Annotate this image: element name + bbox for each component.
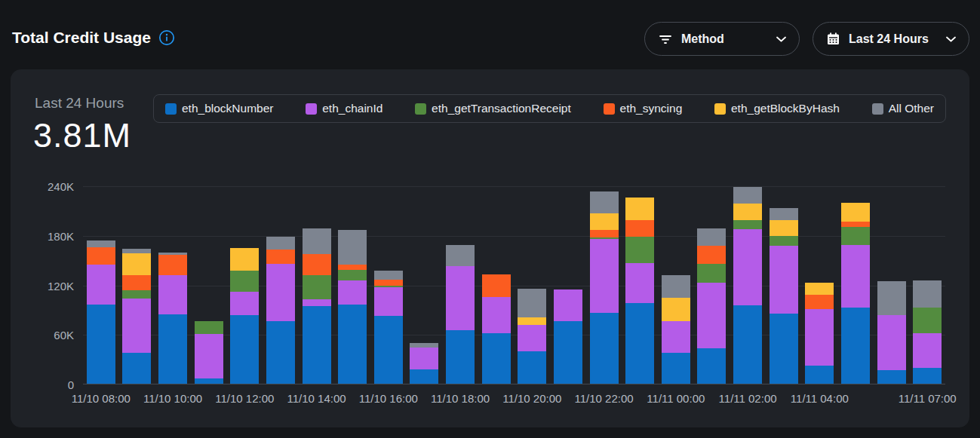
y-axis-tick: 180K [48, 229, 74, 242]
bar-segment [590, 313, 619, 384]
bar-segment [697, 246, 726, 264]
bar-segment [266, 264, 295, 321]
bar-segment [446, 266, 475, 329]
stacked-bar [230, 186, 259, 384]
x-axis-tick: 11/10 22:00 [574, 392, 633, 405]
stacked-bar [87, 186, 115, 384]
bar-segment [230, 315, 259, 384]
bar-segment [482, 297, 511, 333]
x-axis-tick: 11/10 16:00 [359, 392, 418, 405]
bar-segment [913, 368, 942, 384]
bar-segment [770, 246, 798, 314]
info-icon[interactable] [158, 29, 175, 46]
time-range-label: Last 24 Hours [849, 32, 938, 46]
dashboard-page: { "header": { "title": "Total Credit Usa… [0, 0, 980, 438]
bar-column [119, 186, 155, 384]
bar-segment [518, 351, 546, 384]
stacked-bar [877, 186, 906, 384]
summary-period-label: Last 24 Hours [35, 95, 124, 112]
filter-icon [658, 32, 673, 47]
legend-label: eth_syncing [620, 102, 683, 115]
bar-segment [805, 283, 834, 294]
bars-container [83, 186, 945, 384]
calendar-icon [826, 32, 840, 46]
bar-column [263, 186, 299, 384]
bar-segment [770, 236, 798, 246]
summary-total-value: 3.81M [33, 116, 131, 155]
bar-column [622, 186, 658, 384]
bar-column [478, 186, 515, 384]
stacked-bar [662, 186, 690, 384]
bar-segment [590, 239, 619, 313]
legend-label: eth_chainId [322, 102, 382, 115]
bar-segment [554, 289, 582, 321]
bar-column [155, 186, 191, 384]
x-axis-tick: 11/10 12:00 [215, 392, 274, 405]
bar-segment [303, 306, 331, 384]
bar-column [909, 186, 945, 384]
chevron-down-icon [946, 36, 956, 42]
bar-segment [841, 227, 870, 245]
x-axis-labels: 11/10 08:0011/10 10:0011/10 12:0011/10 1… [83, 392, 945, 407]
page-title: Total Credit Usage [12, 29, 175, 47]
bar-segment [338, 305, 367, 384]
time-range-dropdown[interactable]: Last 24 Hours [813, 22, 969, 56]
method-filter-label: Method [681, 32, 768, 46]
y-axis-tick: 0 [68, 378, 74, 391]
bar-segment [122, 290, 151, 299]
bar-column [550, 186, 586, 384]
bar-segment [733, 220, 762, 229]
bar-segment [230, 271, 259, 292]
bar-column [370, 186, 407, 384]
stacked-bar [482, 186, 511, 384]
bar-column [766, 186, 802, 384]
bar-segment [554, 321, 582, 384]
legend-item: eth_syncing [604, 102, 683, 115]
bar-column [227, 186, 263, 384]
bar-segment [733, 187, 762, 204]
x-axis-tick: 11/11 00:00 [647, 392, 705, 405]
stacked-bar [805, 186, 834, 384]
stacked-bar [338, 186, 367, 384]
legend-swatch [306, 103, 317, 115]
y-axis-labels: 060K120K180K240K [11, 186, 74, 384]
legend-label: eth_blockNumber [182, 102, 273, 115]
bar-segment [625, 303, 654, 384]
x-axis-tick: 11/10 20:00 [502, 392, 561, 405]
bar-segment [195, 334, 223, 378]
bar-segment [805, 295, 834, 310]
x-axis-tick: 11/11 02:00 [719, 392, 777, 405]
bar-segment [518, 325, 546, 351]
bar-column [83, 186, 119, 384]
legend-swatch [415, 103, 426, 115]
bar-segment [482, 333, 511, 384]
bar-segment [770, 220, 798, 236]
bar-column [802, 186, 838, 384]
bar-segment [374, 287, 403, 316]
chevron-down-icon [776, 36, 786, 42]
bar-segment [590, 230, 619, 237]
bar-segment [87, 265, 115, 305]
bar-column [191, 186, 227, 384]
bar-segment [841, 308, 870, 384]
bar-segment [877, 281, 906, 315]
bar-segment [195, 321, 223, 335]
legend-label: eth_getBlockByHash [731, 102, 840, 115]
bar-segment [877, 315, 906, 370]
bar-segment [662, 353, 690, 384]
bar-column [730, 186, 766, 384]
page-title-text: Total Credit Usage [12, 29, 151, 47]
legend-item: eth_getTransactionReceipt [415, 102, 571, 115]
bar-segment [374, 271, 403, 280]
y-axis-tick: 60K [54, 329, 74, 342]
bar-segment [662, 321, 690, 354]
x-axis-tick: 11/10 14:00 [287, 392, 346, 405]
bar-segment [805, 366, 834, 384]
bar-segment [374, 280, 403, 286]
x-axis-tick: 11/10 10:00 [143, 392, 202, 405]
chart-plot-area [83, 186, 945, 384]
bar-segment [374, 316, 403, 384]
method-filter-dropdown[interactable]: Method [644, 22, 800, 56]
legend-item: eth_chainId [306, 102, 382, 115]
bar-segment [122, 253, 151, 276]
